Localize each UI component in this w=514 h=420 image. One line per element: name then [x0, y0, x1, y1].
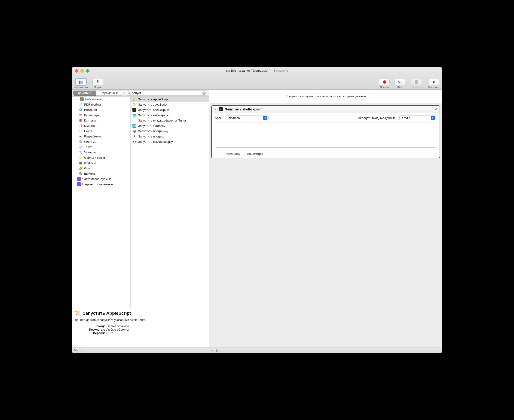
toolbar-library[interactable]: ▮▯ Библиотека: [74, 79, 88, 89]
tab-actions[interactable]: Действия: [73, 90, 96, 96]
sidebar-columns: Библиотека 📄PDF-файлы🌐Интернет📅Календарь…: [72, 97, 209, 308]
content: Действия Переменные ✕ Библиотека 📄PD: [72, 90, 442, 353]
tab-variables[interactable]: Переменные: [96, 90, 123, 96]
record-icon: [383, 80, 386, 84]
library-item[interactable]: 📅Календарь: [72, 112, 130, 118]
log-view-icon[interactable]: [211, 348, 213, 352]
itunes-icon: ♫: [132, 119, 136, 122]
toolbar-stop: Остановить: [409, 79, 423, 89]
library-item[interactable]: 📚Шрифты: [72, 171, 130, 176]
applescript-icon: 📜: [75, 310, 80, 316]
library-item[interactable]: 🎵Музыка: [72, 123, 130, 128]
search-input[interactable]: [132, 91, 201, 95]
close-icon[interactable]: [75, 69, 78, 73]
script-textarea[interactable]: [215, 122, 436, 148]
library-item[interactable]: 📁Файлы и папки: [72, 155, 130, 160]
description-subtitle: Данное действие запускает указанный Appl…: [75, 318, 205, 322]
tab-results[interactable]: Результаты: [225, 152, 240, 156]
library-smart-folder[interactable]: Часто используемые: [74, 176, 130, 182]
action-list-item[interactable]: >Запустить shell-скрипт: [131, 107, 209, 112]
toggle-description-icon[interactable]: ⌄: [81, 348, 83, 352]
library-item[interactable]: 🎬Фильмы: [72, 160, 130, 166]
library-root[interactable]: Библиотека: [72, 97, 130, 102]
workflow-body[interactable]: >_ Запустить shell-скрипт ✕ Shell: /bin/…: [209, 103, 442, 347]
stop-icon: [415, 80, 418, 84]
chevron-down-icon: [214, 109, 216, 110]
library-smart-folder[interactable]: Недавно…бавленные: [74, 182, 130, 187]
description-meta: Вход:Любые объектыРезультат:Любые объект…: [75, 324, 205, 335]
play-icon: [433, 80, 435, 84]
library-item[interactable]: ⚙️Система: [72, 139, 130, 144]
library-item-icon: ✉️: [79, 129, 83, 133]
library-item[interactable]: 🌐Интернет: [72, 107, 130, 112]
library-item-icon: 🛠: [79, 135, 83, 138]
chevron-down-icon: [76, 99, 78, 100]
library-item-icon: 📁: [79, 156, 83, 160]
library-item[interactable]: ✉️Почта: [72, 128, 130, 134]
clear-search-icon[interactable]: ✕: [203, 91, 206, 95]
library-item-icon: ⚙️: [79, 140, 83, 144]
smart-folder-icon: [77, 182, 81, 186]
toolbar-run[interactable]: Запустить: [428, 79, 440, 89]
toolbar-left: ▮▯ Библиотека 🎚 Медиа: [74, 79, 103, 89]
tab-options[interactable]: Параметры: [247, 152, 263, 156]
library-icon: ▮▯: [79, 80, 83, 84]
pic-icon: 🖼: [132, 124, 136, 128]
action-list-item[interactable]: 📜Запустить AppleScript: [131, 97, 209, 102]
shell-select[interactable]: /bin/bash: [226, 115, 269, 120]
action-list-item[interactable]: 🛠Запустить процесс: [131, 134, 209, 139]
library-books-icon: [80, 97, 84, 101]
library-column: Библиотека 📄PDF-файлы🌐Интернет📅Календарь…: [72, 97, 131, 308]
toolbar-record[interactable]: Запись: [379, 79, 390, 89]
title-status: Изменено: [274, 69, 288, 72]
gear-icon[interactable]: ✿▾: [74, 348, 78, 352]
window-controls: [75, 69, 89, 73]
library-item-icon: 📝: [79, 145, 83, 149]
toolbar-step[interactable]: ➤| Шаг: [394, 79, 405, 89]
pass-input-label: Передать входные данные:: [358, 116, 396, 120]
workflow-view-icon[interactable]: [216, 348, 218, 352]
action-list-item[interactable]: 🌐Запустить веб-сервис: [131, 112, 209, 118]
chevron-updown-icon: [431, 116, 435, 120]
action-list-item[interactable]: 🖼Запустить заставку: [131, 123, 209, 128]
action-list-item[interactable]: 📜Запустить JavaScript: [131, 102, 209, 107]
terminal-icon: >_: [219, 107, 223, 111]
workflow-action-shell: >_ Запустить shell-скрипт ✕ Shell: /bin/…: [211, 105, 440, 158]
search-field[interactable]: ✕: [126, 90, 207, 96]
library-item-icon: 🌐: [79, 108, 83, 112]
script-icon: 📜: [132, 103, 136, 106]
library-item-icon: 🎬: [79, 161, 83, 165]
library-item-icon: 🎵: [79, 124, 83, 128]
tools-icon: 🛠: [132, 135, 136, 138]
sidebar: Действия Переменные ✕ Библиотека 📄PD: [72, 90, 209, 353]
workflow-input-hint: Программа получает файлы и папки как вхо…: [209, 90, 442, 103]
pass-input-select[interactable]: в stdin: [399, 115, 436, 120]
media-icon: 🎚: [96, 80, 100, 84]
globe-icon: 🌐: [132, 113, 136, 117]
library-item[interactable]: 📄PDF-файлы: [72, 102, 130, 107]
remove-action-icon[interactable]: ✕: [434, 107, 437, 111]
shell-label: Shell:: [215, 116, 223, 120]
library-item[interactable]: 🌈Фото: [72, 166, 130, 171]
action-controls: Shell: /bin/bash Передать входные данные…: [212, 113, 439, 122]
smart-folder-icon: [77, 177, 81, 181]
library-item[interactable]: 🛠Разработчик: [72, 134, 130, 139]
search-icon: [127, 91, 131, 95]
action-title: Запустить shell-скрипт: [225, 107, 262, 111]
action-header[interactable]: >_ Запустить shell-скрипт ✕: [212, 106, 439, 113]
toolbar-media[interactable]: 🎚 Медиа: [92, 79, 103, 89]
library-item[interactable]: 📝Текст: [72, 144, 130, 150]
zoom-icon[interactable]: [86, 69, 89, 73]
library-item[interactable]: 🔧Утилиты: [72, 150, 130, 155]
toolbar: ▮▯ Библиотека 🎚 Медиа Запись ➤| Шаг: [72, 79, 442, 89]
library-item-icon: 📄: [79, 103, 83, 106]
library-item[interactable]: 📕Контакты: [72, 118, 130, 123]
step-icon: ➤|: [398, 80, 402, 84]
automator-icon: 🤖: [226, 69, 230, 72]
action-list-item[interactable]: 📦Запустить программу: [131, 128, 209, 134]
action-list-item[interactable]: ♫Запустить визуа…эффекты iTunes: [131, 118, 209, 123]
app-window: 🤖 Без названия (Программа) — Изменено ▮▯…: [72, 67, 442, 353]
action-list-item[interactable]: ✖✖Запустить самопроверку: [131, 139, 209, 144]
minimize-icon[interactable]: [80, 69, 84, 73]
canvas-bottombar: [209, 347, 442, 353]
